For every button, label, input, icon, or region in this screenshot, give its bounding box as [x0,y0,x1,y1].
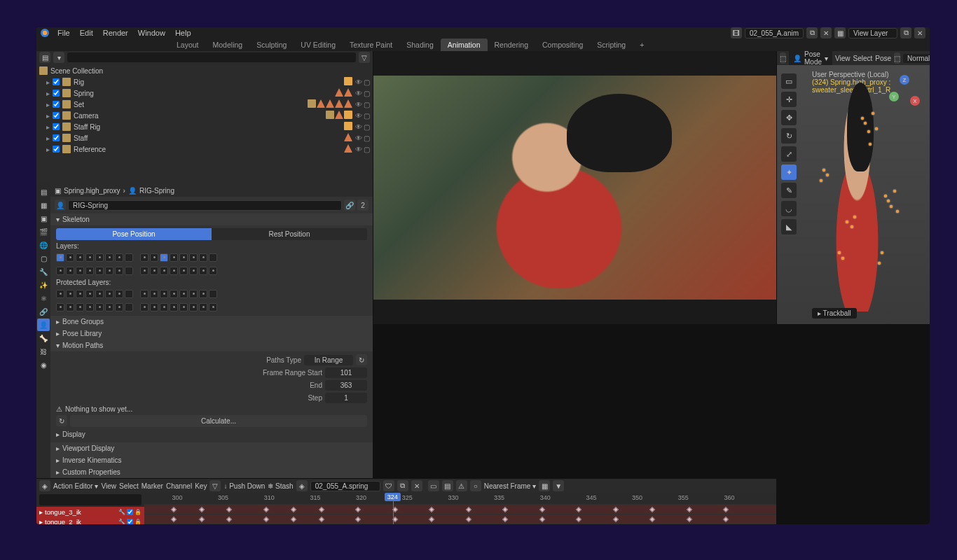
prop-tab-world-icon[interactable]: 🌐 [37,239,50,251]
outliner-display-icon[interactable]: ▾ [53,52,64,63]
add-workspace-icon[interactable]: + [633,38,651,51]
prop-tab-scene-icon[interactable]: 🎬 [37,225,50,238]
panel-bone-groups[interactable]: ▸ Bone Groups [50,316,373,328]
keyframe[interactable] [649,507,655,512]
panel-viewport-display[interactable]: ▸ Viewport Display [50,442,373,454]
armature-layers-row2[interactable] [56,267,367,275]
scene-browse-icon[interactable]: 🎞 [731,27,742,38]
render-visible-icon[interactable]: ▢ [364,134,370,142]
keyframe[interactable] [263,507,268,512]
axis-x-icon[interactable]: X [910,96,920,106]
keyframe[interactable] [171,507,177,512]
key-row[interactable] [144,514,776,524]
render-visible-icon[interactable]: ▢ [364,146,370,153]
keyframe[interactable] [465,517,471,522]
armature-layers[interactable] [56,253,367,262]
mode-dropdown[interactable]: 👤 Pose Mode ▾ [789,51,832,66]
paths-type-dropdown[interactable]: In Range [304,355,353,365]
key-row[interactable] [144,524,776,524]
keyframe[interactable] [576,517,581,522]
prop-tab-bone-icon[interactable]: 🦴 [37,332,50,344]
keyframe[interactable] [502,517,508,522]
outliner-mode-icon[interactable]: ▤ [39,52,50,63]
keyframe[interactable] [355,517,361,522]
panel-motion-paths[interactable]: ▾ Motion Paths [50,340,373,351]
orientation-icon[interactable]: ⬚ [894,52,900,64]
push-down-button[interactable]: ↓ Push Down [223,482,265,490]
tab-shading[interactable]: Shading [399,38,441,51]
collection-enable-checkbox[interactable] [53,90,60,97]
vp-menu-view[interactable]: View [835,55,851,62]
tab-layout[interactable]: Layout [170,38,206,51]
keyframe[interactable] [613,517,619,522]
ds-select-icon[interactable]: ▭ [428,480,439,491]
tool-scale-icon[interactable]: ⤢ [781,146,797,162]
calculate-button[interactable]: Calculate... [70,415,367,427]
channel-row[interactable]: ▸ tongue_2_ik 🔧 🔒 [36,517,144,524]
tool-rotate-icon[interactable]: ↻ [781,128,797,144]
keyframe[interactable] [687,517,692,522]
scene-delete-icon[interactable]: ✕ [820,27,832,38]
tab-texture-paint[interactable]: Texture Paint [343,38,399,51]
prop-tab-armature-icon[interactable]: 👤 [37,318,50,331]
collection-enable-checkbox[interactable] [53,146,60,153]
filter-icon[interactable]: ▽ [359,52,370,63]
ds-menu-key[interactable]: Key [195,482,207,490]
tool-measure-icon[interactable]: ◡ [781,201,797,216]
channel-mute-checkbox[interactable] [127,519,133,525]
ds-menu-channel[interactable]: Channel [166,482,192,490]
keyframe[interactable] [291,517,296,522]
outliner-item[interactable]: ▸ Reference 👁 ▢ [36,144,373,155]
render-visible-icon[interactable]: ▢ [364,78,370,86]
prop-tab-material-icon[interactable]: ◉ [37,358,50,371]
menu-edit[interactable]: Edit [76,27,97,38]
action-new-icon[interactable]: ⧉ [397,480,408,491]
frame-start-field[interactable]: 101 [325,368,367,378]
prop-tab-physics-icon[interactable]: ⚛ [37,292,50,304]
ds-view-icon[interactable]: ▼ [553,480,564,491]
action-unlink-icon[interactable]: ✕ [411,480,422,491]
ds-show-sliders-icon[interactable]: ▦ [539,480,550,491]
outliner-item[interactable]: ▸ Staff 👁 ▢ [36,132,373,144]
keyframe[interactable] [263,517,268,522]
pose-position-toggle[interactable]: Pose Position [56,228,212,240]
frame-step-field[interactable]: 1 [325,393,367,403]
outliner-item[interactable]: ▸ Spring 👁 ▢ [36,88,373,99]
outliner-item[interactable]: ▸ Set 👁 ▢ [36,99,373,110]
menu-file[interactable]: File [53,27,74,38]
scene-new-icon[interactable]: ⧉ [806,27,818,38]
outliner-item[interactable]: ▸ Rig 👁 ▢ [36,76,373,88]
ds-menu-marker[interactable]: Marker [142,482,163,490]
tool-select-icon[interactable]: ▭ [781,74,797,89]
keyframe[interactable] [649,517,655,522]
collection-enable-checkbox[interactable] [53,134,60,141]
wrench-icon[interactable]: 🔧 [118,519,125,525]
refresh-icon[interactable]: ↻ [356,354,367,365]
keyframe[interactable] [318,517,324,522]
fake-user-icon[interactable]: 🛡 [383,480,394,491]
lock-icon[interactable]: 🔒 [135,519,142,525]
menu-window[interactable]: Window [134,27,170,38]
ds-filter-icon[interactable]: ▽ [209,480,221,491]
fake-user-icon[interactable]: 🔗 [344,200,355,211]
tab-animation[interactable]: Animation [441,38,488,51]
action-name-field[interactable]: 02_055_A.spring [310,481,380,491]
collection-enable-checkbox[interactable] [53,101,60,108]
rest-position-toggle[interactable]: Rest Position [212,228,367,240]
eye-icon[interactable]: 👁 [355,146,362,153]
keyframe[interactable] [355,507,361,512]
keyframe[interactable] [429,507,434,512]
panel-pose-library[interactable]: ▸ Pose Library [50,328,373,340]
menu-render[interactable]: Render [99,27,132,38]
tab-rendering[interactable]: Rendering [488,38,535,51]
panel-inverse-kinematics[interactable]: ▸ Inverse Kinematics [50,454,373,466]
viewlayer-delete-icon[interactable]: ✕ [914,27,925,38]
keyframe[interactable] [291,507,296,512]
panel-skeleton[interactable]: ▾ Skeleton [50,214,373,225]
armature-data-icon[interactable]: 👤 [55,200,66,211]
collection-enable-checkbox[interactable] [53,78,60,85]
keyframe[interactable] [502,507,508,512]
action-browse-icon[interactable]: ◈ [296,480,308,491]
keyframe[interactable] [226,517,232,522]
viewlayer-new-icon[interactable]: ⧉ [900,27,911,38]
